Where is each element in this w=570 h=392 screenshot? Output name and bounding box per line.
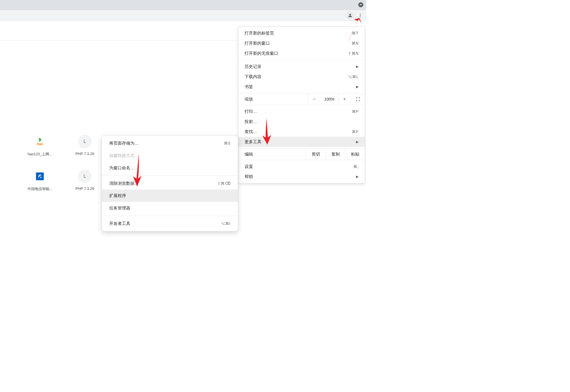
menu-new-window[interactable]: 打开新的窗口 ⌘N [238,38,365,48]
menu-label: 将页面存储为… [109,141,139,146]
menu-bookmarks[interactable]: 书签 ▶ [238,82,365,92]
menu-label: 打开新的窗口 [245,41,270,46]
menu-label: 扩展程序 [109,193,126,199]
menu-downloads[interactable]: 下载内容 ⌥⌘L [238,72,365,82]
submenu-arrow-icon: ▶ [356,140,359,144]
hao123-icon: ❥ hao [33,135,47,148]
menu-label: 任务管理器 [109,206,130,211]
svg-point-3 [360,16,361,17]
menu-label: 创建快捷方式… [109,153,139,158]
submenu-name-window[interactable]: 为窗口命名… [102,162,238,174]
menu-shortcut: ⌘P [352,109,359,114]
menu-label: 开发者工具 [109,221,130,226]
zoom-label: 缩放 [238,97,308,102]
submenu-create-shortcut: 创建快捷方式… [102,149,238,162]
menu-shortcut: ⌘F [352,129,359,134]
more-menu-button[interactable] [356,11,364,20]
svg-point-1 [360,13,361,14]
edit-copy-button[interactable]: 复制 [325,149,345,160]
menu-label: 历史记录 [245,64,261,69]
submenu-arrow-icon: ▶ [356,175,359,179]
menu-label: 清除浏览数据… [109,181,139,186]
submenu-clear-data[interactable]: 清除浏览数据… ⇧⌘⌫ [102,177,238,190]
zoom-out-button[interactable]: − [308,94,320,105]
menu-label: 为窗口命名… [109,165,134,171]
shortcut-php-2[interactable]: L PHP 7.3.29 [71,170,99,192]
menu-shortcut: ⌘T [352,31,359,35]
menu-settings[interactable]: 设置 ⌘, [238,161,365,172]
submenu-arrow-icon: ▶ [356,85,359,89]
menu-label: 打开新的无痕窗口 [245,51,278,56]
menu-help[interactable]: 帮助 ▶ [238,172,365,182]
shortcut-label: PHP 7.3.29 [76,152,94,156]
menu-label: 更多工具 [245,139,261,145]
menu-shortcut: ⇧⌘N [348,51,359,56]
svg-point-0 [349,14,351,15]
zoom-in-button[interactable]: + [338,94,351,105]
menu-find[interactable]: 查找… ⌘F [238,127,365,137]
edit-paste-button[interactable]: 粘贴 [345,149,365,160]
shortcut-label: hao123_上网... [28,152,52,157]
titlebar [0,0,366,10]
svg-point-2 [360,15,361,16]
menu-shortcut: ⇧⌘⌫ [217,181,231,186]
toolbar [0,10,366,21]
menu-label: 下载内容 [245,74,261,79]
menu-label: 书签 [245,84,253,90]
menu-print[interactable]: 打印… ⌘P [238,106,365,117]
menu-new-tab[interactable]: 打开新的标签页 ⌘T [238,28,365,38]
submenu-save-page[interactable]: 将页面存储为… ⌘S [102,137,238,149]
shortcut-hao123[interactable]: ❥ hao hao123_上网... [26,135,54,157]
zoom-value: 100% [320,97,338,101]
menu-label: 打印… [245,109,257,114]
fullscreen-button[interactable] [351,97,365,101]
profile-button[interactable] [346,11,354,20]
menu-label: 设置 [245,164,253,169]
menu-zoom-row: 缩放 − 100% + [238,94,365,105]
shortcut-php-1[interactable]: L PHP 7.3.29 [71,135,99,157]
menu-shortcut: ⌥⌘L [348,74,359,79]
titlebar-dropdown-icon[interactable] [358,2,363,7]
shortcut-label: 中国电信智能... [28,186,53,192]
more-tools-submenu: 将页面存储为… ⌘S 创建快捷方式… 为窗口命名… 清除浏览数据… ⇧⌘⌫ 扩展… [102,135,238,231]
chrome-main-menu: 打开新的标签页 ⌘T 打开新的窗口 ⌘N 打开新的无痕窗口 ⇧⌘N 历史记录 ▶… [238,26,365,183]
menu-label: 帮助 [245,174,253,179]
submenu-dev-tools[interactable]: 开发者工具 ⌥⌘I [102,217,238,230]
menu-shortcut: ⌘N [352,41,359,45]
menu-label: 查找… [245,129,257,135]
menu-shortcut: ⌘S [224,141,231,145]
letter-icon: L [78,170,92,183]
telecom-icon [33,170,47,183]
letter-icon: L [78,135,92,148]
menu-history[interactable]: 历史记录 ▶ [238,61,365,72]
menu-more-tools[interactable]: 更多工具 ▶ [238,137,365,147]
shortcut-telecom[interactable]: 中国电信智能... [26,170,54,192]
menu-new-incognito[interactable]: 打开新的无痕窗口 ⇧⌘N [238,48,365,58]
shortcuts-grid: ❥ hao hao123_上网... L PHP 7.3.29 中国电信智能..… [26,135,99,192]
menu-cast[interactable]: 投射… [238,117,365,127]
edit-label: 编辑 [238,152,306,157]
menu-shortcut: ⌘, [353,164,359,169]
menu-shortcut: ⌥⌘I [221,221,231,226]
submenu-arrow-icon: ▶ [356,65,359,69]
menu-label: 打开新的标签页 [245,31,274,36]
submenu-extensions[interactable]: 扩展程序 [102,190,238,202]
submenu-task-manager[interactable]: 任务管理器 [102,202,238,214]
shortcut-label: PHP 7.3.29 [76,186,94,191]
menu-label: 投射… [245,119,257,124]
menu-edit-row: 编辑 剪切 复制 粘贴 [238,149,365,160]
svg-point-4 [40,177,41,178]
edit-cut-button[interactable]: 剪切 [306,149,325,160]
